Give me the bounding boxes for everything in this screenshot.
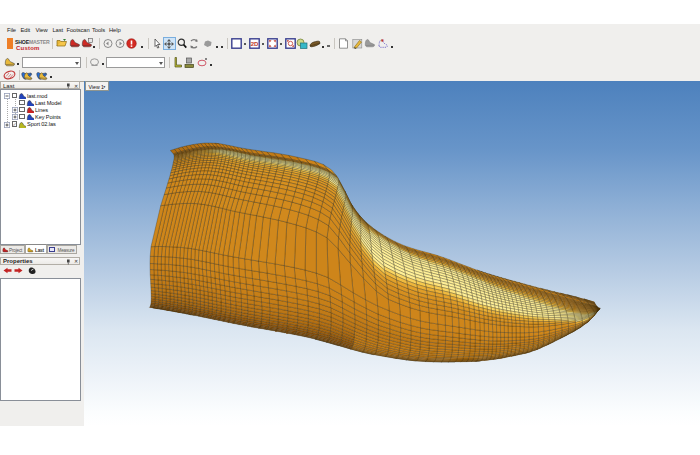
svg-text:2D: 2D <box>250 41 258 47</box>
svg-text:✱: ✱ <box>381 38 385 43</box>
